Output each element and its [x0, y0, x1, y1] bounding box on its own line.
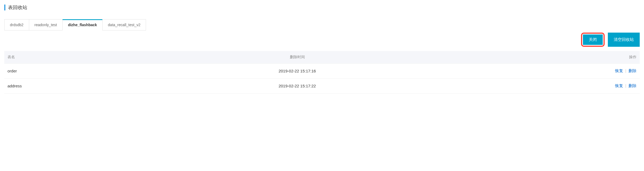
- cell-ops: 恢复 | 删除: [448, 64, 640, 79]
- cell-table-name: order: [4, 64, 147, 79]
- delete-link[interactable]: 删除: [628, 68, 636, 73]
- table-row: address 2019-02-22 15:17:22 恢复 | 删除: [4, 79, 640, 94]
- restore-link[interactable]: 恢复: [615, 68, 623, 73]
- action-bar: 关闭 清空回收站: [4, 33, 640, 47]
- restore-link[interactable]: 恢复: [615, 83, 623, 88]
- empty-recycle-bin-button[interactable]: 清空回收站: [608, 33, 640, 47]
- cell-deleted-at: 2019-02-22 15:17:16: [147, 64, 448, 79]
- tab-drdsdb2[interactable]: drdsdb2: [4, 19, 29, 30]
- ops-separator: |: [625, 68, 626, 73]
- cell-table-name: address: [4, 79, 147, 94]
- page-title-bar: 表回收站: [4, 4, 640, 11]
- cell-deleted-at: 2019-02-22 15:17:22: [147, 79, 448, 94]
- col-header-deleted-at: 删除时间: [147, 51, 448, 64]
- tab-readonly-test[interactable]: readonly_test: [29, 19, 63, 30]
- tabs: drdsdb2 readonly_test dizhe_flashback da…: [4, 19, 640, 30]
- tab-data-recall-test-v2[interactable]: data_recall_test_v2: [102, 19, 146, 30]
- delete-link[interactable]: 删除: [628, 83, 636, 88]
- page-title: 表回收站: [8, 4, 27, 11]
- table-row: order 2019-02-22 15:17:16 恢复 | 删除: [4, 64, 640, 79]
- tab-dizhe-flashback[interactable]: dizhe_flashback: [62, 19, 103, 30]
- col-header-ops: 操作: [448, 51, 640, 64]
- close-button-highlight: 关闭: [581, 33, 605, 47]
- title-indicator: [4, 5, 5, 10]
- recycle-table: 表名 删除时间 操作 order 2019-02-22 15:17:16 恢复 …: [4, 51, 640, 94]
- cell-ops: 恢复 | 删除: [448, 79, 640, 94]
- table-header-row: 表名 删除时间 操作: [4, 51, 640, 64]
- ops-separator: |: [625, 83, 626, 88]
- col-header-name: 表名: [4, 51, 147, 64]
- close-button[interactable]: 关闭: [583, 34, 603, 45]
